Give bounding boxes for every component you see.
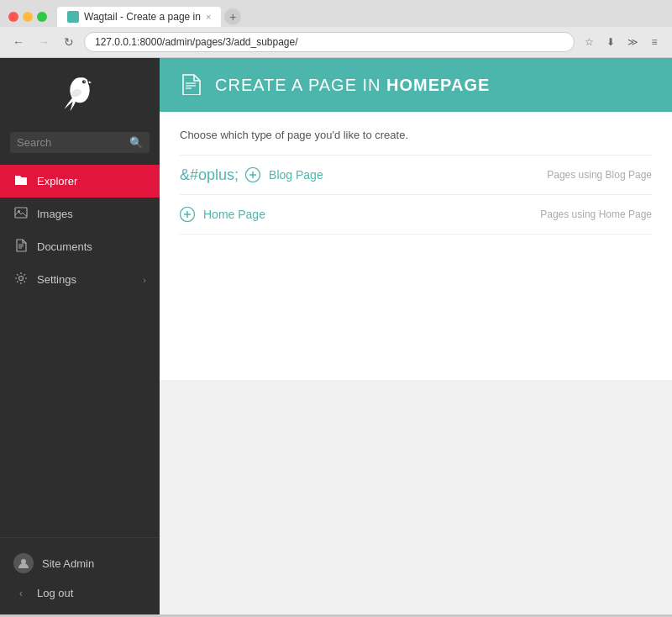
header-location: Homepage	[386, 76, 490, 94]
blog-page-plus-icon: &#oplus;	[180, 167, 239, 182]
browser-tab[interactable]: Wagtail - Create a page in ×	[57, 7, 221, 27]
logout-link[interactable]: ‹ Log out	[0, 580, 160, 606]
minimize-window-button[interactable]	[23, 12, 33, 22]
settings-icon	[13, 272, 29, 287]
search-input[interactable]	[17, 136, 124, 149]
close-window-button[interactable]	[8, 12, 18, 22]
page-type-item-home[interactable]: Home Page Pages using Home Page	[180, 195, 652, 235]
maximize-window-button[interactable]	[37, 12, 47, 22]
page-type-item-blog[interactable]: &#oplus; Blog Page Pages using Blog Page	[180, 156, 652, 195]
search-icon[interactable]: 🔍	[129, 136, 143, 149]
site-admin-label: Site Admin	[42, 557, 94, 570]
page-description: Choose which type of page you'd like to …	[180, 129, 652, 141]
page-content-lower	[160, 380, 672, 614]
app-container: 🔍 Explorer Images Documents	[0, 58, 672, 614]
tab-close-button[interactable]: ×	[206, 12, 211, 22]
address-bar[interactable]: 127.0.0.1:8000/admin/pages/3/add_subpage…	[84, 32, 575, 52]
download-button[interactable]: ⬇	[601, 33, 620, 51]
blog-page-label: Blog Page	[269, 168, 323, 182]
sidebar-item-label-images: Images	[37, 208, 73, 220]
address-text: 127.0.0.1:8000/admin/pages/3/add_subpage…	[95, 36, 564, 48]
sidebar: 🔍 Explorer Images Documents	[0, 58, 160, 614]
svg-point-3	[84, 81, 85, 82]
add-blog-icon	[245, 167, 260, 182]
site-admin-link[interactable]: Site Admin	[0, 546, 160, 580]
home-page-label: Home Page	[203, 208, 265, 221]
tab-favicon	[67, 11, 79, 23]
sidebar-item-documents[interactable]: Documents	[0, 230, 160, 263]
user-avatar	[13, 553, 34, 573]
reload-button[interactable]: ↻	[59, 32, 79, 52]
page-header: CREATE A PAGE IN Homepage	[160, 58, 672, 112]
explorer-icon	[13, 173, 29, 189]
documents-icon	[13, 239, 29, 255]
tab-title: Wagtail - Create a page in	[84, 11, 201, 23]
blog-page-usage: Pages using Blog Page	[547, 169, 652, 181]
main-content: CREATE A PAGE IN Homepage Choose which t…	[160, 58, 672, 614]
add-home-icon	[180, 207, 195, 222]
page-type-list: &#oplus; Blog Page Pages using Blog Page…	[180, 155, 652, 235]
search-box: 🔍	[10, 132, 150, 153]
search-container: 🔍	[0, 125, 160, 160]
sidebar-item-label-documents: Documents	[37, 240, 92, 253]
bookmark-button[interactable]: ☆	[580, 33, 598, 51]
logout-chevron-icon: ‹	[13, 588, 29, 599]
browser-toolbar: ← → ↻ 127.0.0.1:8000/admin/pages/3/add_s…	[0, 27, 672, 57]
page-header-icon	[180, 73, 203, 97]
browser-actions: ☆ ⬇ ≫ ≡	[580, 33, 664, 51]
extensions-button[interactable]: ≫	[623, 33, 642, 51]
sidebar-item-label-explorer: Explorer	[37, 175, 77, 187]
menu-button[interactable]: ≡	[645, 33, 664, 51]
svg-point-11	[19, 277, 24, 281]
sidebar-logo	[0, 58, 160, 125]
home-page-link[interactable]: Home Page	[180, 207, 540, 222]
logout-label: Log out	[37, 587, 73, 599]
sidebar-item-settings[interactable]: Settings ›	[0, 263, 160, 296]
svg-rect-6	[15, 208, 27, 218]
blog-page-link[interactable]: &#oplus; Blog Page	[180, 167, 547, 182]
sidebar-footer: Site Admin ‹ Log out	[0, 537, 160, 614]
page-body: Choose which type of page you'd like to …	[160, 112, 672, 380]
browser-chrome: Wagtail - Create a page in × + ← → ↻ 127…	[0, 0, 672, 58]
browser-titlebar: Wagtail - Create a page in × +	[0, 0, 672, 27]
new-tab-button[interactable]: +	[224, 8, 241, 25]
images-icon	[13, 206, 29, 222]
header-prefix: CREATE A PAGE IN	[215, 76, 381, 94]
back-button[interactable]: ←	[8, 32, 29, 52]
settings-chevron-icon: ›	[143, 275, 146, 285]
sidebar-nav: Explorer Images Documents Settings ›	[0, 165, 160, 537]
sidebar-item-images[interactable]: Images	[0, 198, 160, 230]
svg-point-1	[77, 77, 88, 88]
sidebar-item-label-settings: Settings	[37, 273, 76, 286]
sidebar-item-explorer[interactable]: Explorer	[0, 165, 160, 198]
wagtail-logo	[59, 71, 101, 113]
svg-point-2	[82, 80, 86, 83]
window-controls	[8, 12, 47, 22]
svg-marker-4	[89, 82, 92, 84]
page-header-title: CREATE A PAGE IN Homepage	[215, 76, 490, 95]
forward-button[interactable]: →	[34, 32, 54, 52]
home-page-usage: Pages using Home Page	[540, 208, 652, 220]
